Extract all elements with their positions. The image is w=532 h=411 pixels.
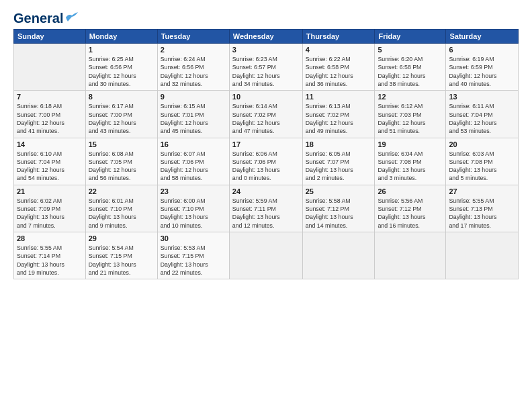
day-cell: 30Sunrise: 5:53 AMSunset: 7:15 PMDayligh… (157, 232, 229, 279)
day-cell (14, 44, 86, 91)
day-cell: 20Sunrise: 6:03 AMSunset: 7:08 PMDayligh… (446, 138, 519, 185)
week-row-2: 7Sunrise: 6:18 AMSunset: 7:00 PMDaylight… (14, 91, 519, 138)
day-info: Sunrise: 5:59 AMSunset: 7:11 PMDaylight:… (232, 197, 300, 230)
day-number: 16 (161, 140, 226, 148)
day-number: 28 (17, 234, 83, 242)
day-info: Sunrise: 5:55 AMSunset: 7:13 PMDaylight:… (449, 197, 515, 230)
day-number: 7 (17, 93, 83, 101)
logo: General (13, 11, 79, 24)
column-header-monday: Monday (85, 30, 157, 44)
day-number: 27 (449, 187, 515, 195)
day-cell: 12Sunrise: 6:12 AMSunset: 7:03 PMDayligh… (375, 91, 446, 138)
day-cell: 18Sunrise: 6:05 AMSunset: 7:07 PMDayligh… (302, 138, 375, 185)
day-number: 6 (449, 46, 515, 54)
calendar-header-row: SundayMondayTuesdayWednesdayThursdayFrid… (14, 30, 519, 44)
day-info: Sunrise: 6:25 AMSunset: 6:56 PMDaylight:… (89, 55, 154, 88)
day-number: 17 (232, 140, 300, 148)
day-info: Sunrise: 5:54 AMSunset: 7:15 PMDaylight:… (89, 244, 154, 277)
day-info: Sunrise: 6:12 AMSunset: 7:03 PMDaylight:… (378, 102, 443, 135)
day-number: 11 (306, 93, 372, 101)
day-number: 10 (232, 93, 300, 101)
day-cell (375, 232, 446, 279)
day-number: 12 (378, 93, 443, 101)
day-cell: 23Sunrise: 6:00 AMSunset: 7:10 PMDayligh… (157, 185, 229, 232)
day-cell: 27Sunrise: 5:55 AMSunset: 7:13 PMDayligh… (446, 185, 519, 232)
day-cell: 6Sunrise: 6:19 AMSunset: 6:59 PMDaylight… (446, 44, 519, 91)
day-number: 25 (306, 187, 372, 195)
day-cell: 11Sunrise: 6:13 AMSunset: 7:02 PMDayligh… (302, 91, 375, 138)
header: General (13, 11, 519, 24)
day-info: Sunrise: 6:00 AMSunset: 7:10 PMDaylight:… (161, 197, 226, 230)
day-info: Sunrise: 6:23 AMSunset: 6:57 PMDaylight:… (232, 55, 300, 88)
logo-general: General (13, 11, 63, 26)
day-cell: 17Sunrise: 6:06 AMSunset: 7:06 PMDayligh… (229, 138, 302, 185)
day-info: Sunrise: 6:18 AMSunset: 7:00 PMDaylight:… (17, 102, 83, 135)
day-cell: 10Sunrise: 6:14 AMSunset: 7:02 PMDayligh… (229, 91, 302, 138)
day-number: 13 (449, 93, 515, 101)
day-info: Sunrise: 6:08 AMSunset: 7:05 PMDaylight:… (89, 150, 154, 183)
day-info: Sunrise: 6:04 AMSunset: 7:08 PMDaylight:… (378, 150, 443, 183)
day-cell: 9Sunrise: 6:15 AMSunset: 7:01 PMDaylight… (157, 91, 229, 138)
day-cell: 29Sunrise: 5:54 AMSunset: 7:15 PMDayligh… (85, 232, 157, 279)
column-header-friday: Friday (375, 30, 446, 44)
day-cell: 22Sunrise: 6:01 AMSunset: 7:10 PMDayligh… (85, 185, 157, 232)
day-info: Sunrise: 6:13 AMSunset: 7:02 PMDaylight:… (306, 102, 372, 135)
day-info: Sunrise: 5:53 AMSunset: 7:15 PMDaylight:… (161, 244, 226, 277)
day-info: Sunrise: 6:10 AMSunset: 7:04 PMDaylight:… (17, 150, 83, 183)
day-info: Sunrise: 6:20 AMSunset: 6:58 PMDaylight:… (378, 55, 443, 88)
day-number: 24 (232, 187, 300, 195)
day-cell: 13Sunrise: 6:11 AMSunset: 7:04 PMDayligh… (446, 91, 519, 138)
day-cell: 7Sunrise: 6:18 AMSunset: 7:00 PMDaylight… (14, 91, 86, 138)
day-number: 2 (161, 46, 226, 54)
day-number: 5 (378, 46, 443, 54)
day-cell: 3Sunrise: 6:23 AMSunset: 6:57 PMDaylight… (229, 44, 302, 91)
day-info: Sunrise: 6:01 AMSunset: 7:10 PMDaylight:… (89, 197, 154, 230)
day-number: 8 (89, 93, 154, 101)
day-number: 15 (89, 140, 154, 148)
day-cell: 26Sunrise: 5:56 AMSunset: 7:12 PMDayligh… (375, 185, 446, 232)
day-cell: 28Sunrise: 5:55 AMSunset: 7:14 PMDayligh… (14, 232, 86, 279)
day-cell: 1Sunrise: 6:25 AMSunset: 6:56 PMDaylight… (85, 44, 157, 91)
day-info: Sunrise: 6:07 AMSunset: 7:06 PMDaylight:… (161, 150, 226, 183)
day-info: Sunrise: 6:06 AMSunset: 7:06 PMDaylight:… (232, 150, 300, 183)
day-info: Sunrise: 6:22 AMSunset: 6:58 PMDaylight:… (306, 55, 372, 88)
day-number: 18 (306, 140, 372, 148)
calendar-table: SundayMondayTuesdayWednesdayThursdayFrid… (13, 29, 519, 279)
week-row-5: 28Sunrise: 5:55 AMSunset: 7:14 PMDayligh… (14, 232, 519, 279)
day-cell: 14Sunrise: 6:10 AMSunset: 7:04 PMDayligh… (14, 138, 86, 185)
week-row-3: 14Sunrise: 6:10 AMSunset: 7:04 PMDayligh… (14, 138, 519, 185)
column-header-tuesday: Tuesday (157, 30, 229, 44)
day-number: 1 (89, 46, 154, 54)
day-info: Sunrise: 6:15 AMSunset: 7:01 PMDaylight:… (161, 102, 226, 135)
day-info: Sunrise: 6:05 AMSunset: 7:07 PMDaylight:… (306, 150, 372, 183)
day-number: 19 (378, 140, 443, 148)
day-number: 3 (232, 46, 300, 54)
day-info: Sunrise: 5:56 AMSunset: 7:12 PMDaylight:… (378, 197, 443, 230)
day-cell (302, 232, 375, 279)
day-cell: 4Sunrise: 6:22 AMSunset: 6:58 PMDaylight… (302, 44, 375, 91)
column-header-saturday: Saturday (446, 30, 519, 44)
day-cell: 5Sunrise: 6:20 AMSunset: 6:58 PMDaylight… (375, 44, 446, 91)
day-cell: 25Sunrise: 5:58 AMSunset: 7:12 PMDayligh… (302, 185, 375, 232)
day-number: 9 (161, 93, 226, 101)
day-info: Sunrise: 6:17 AMSunset: 7:00 PMDaylight:… (89, 102, 154, 135)
day-number: 23 (161, 187, 226, 195)
day-cell: 15Sunrise: 6:08 AMSunset: 7:05 PMDayligh… (85, 138, 157, 185)
day-number: 22 (89, 187, 154, 195)
day-number: 14 (17, 140, 83, 148)
column-header-thursday: Thursday (302, 30, 375, 44)
day-cell: 19Sunrise: 6:04 AMSunset: 7:08 PMDayligh… (375, 138, 446, 185)
logo-bird-icon (64, 12, 79, 23)
day-number: 29 (89, 234, 154, 242)
day-number: 20 (449, 140, 515, 148)
day-info: Sunrise: 6:24 AMSunset: 6:56 PMDaylight:… (161, 55, 226, 88)
day-cell: 16Sunrise: 6:07 AMSunset: 7:06 PMDayligh… (157, 138, 229, 185)
day-cell (229, 232, 302, 279)
column-header-wednesday: Wednesday (229, 30, 302, 44)
day-cell (446, 232, 519, 279)
day-info: Sunrise: 5:58 AMSunset: 7:12 PMDaylight:… (306, 197, 372, 230)
day-info: Sunrise: 5:55 AMSunset: 7:14 PMDaylight:… (17, 244, 83, 277)
column-header-sunday: Sunday (14, 30, 86, 44)
day-number: 30 (161, 234, 226, 242)
day-info: Sunrise: 6:19 AMSunset: 6:59 PMDaylight:… (449, 55, 515, 88)
